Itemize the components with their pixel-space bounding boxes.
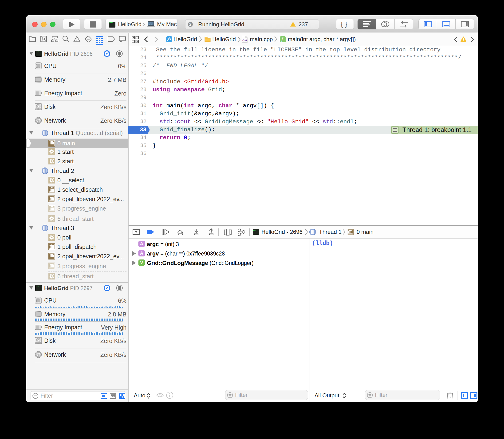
svg-text:++: ++ bbox=[245, 39, 247, 42]
svg-text:C: C bbox=[242, 39, 245, 42]
